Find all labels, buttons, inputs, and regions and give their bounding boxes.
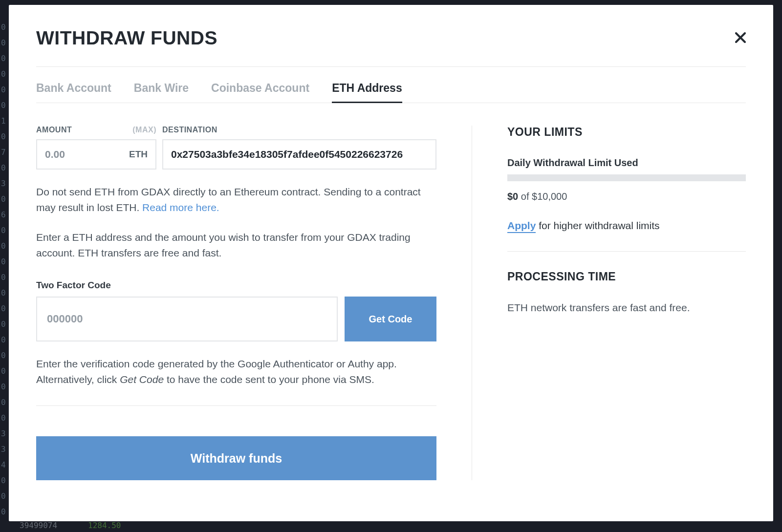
your-limits-title: YOUR LIMITS	[507, 126, 746, 139]
modal-title: WITHDRAW FUNDS	[36, 27, 217, 49]
bg-bottom-number: 39499074	[20, 521, 57, 530]
apply-link[interactable]: Apply	[507, 220, 536, 233]
amount-input[interactable]	[45, 149, 124, 160]
tfa-help-italic: Get Code	[120, 374, 164, 385]
tab-bank-account[interactable]: Bank Account	[36, 82, 111, 103]
apply-suffix: for higher withdrawal limits	[536, 220, 659, 231]
bg-left-numbers: 00000010703060000000000000334000	[1, 20, 6, 520]
amount-suffix: ETH	[129, 149, 148, 160]
limits-divider	[507, 251, 746, 252]
processing-time-title: PROCESSING TIME	[507, 270, 746, 283]
amount-input-wrap: ETH	[36, 139, 156, 170]
close-icon[interactable]	[735, 30, 746, 46]
limits-column: YOUR LIMITS Daily Withdrawal Limit Used …	[472, 126, 746, 480]
apply-higher-limits: Apply for higher withdrawal limits	[507, 220, 746, 232]
destination-input[interactable]	[171, 149, 428, 160]
amount-field: AMOUNT (MAX) ETH	[36, 126, 156, 170]
two-factor-input-wrap	[36, 297, 338, 341]
withdraw-funds-button[interactable]: Withdraw funds	[36, 436, 436, 480]
modal-header: WITHDRAW FUNDS	[36, 27, 746, 67]
instructions-text: Enter a ETH address and the amount you w…	[36, 230, 436, 260]
tab-eth-address[interactable]: ETH Address	[332, 82, 402, 103]
tab-bank-wire[interactable]: Bank Wire	[134, 82, 189, 103]
get-code-button[interactable]: Get Code	[345, 297, 436, 341]
processing-time-text: ETH network transfers are fast and free.	[507, 302, 746, 314]
two-factor-input[interactable]	[47, 298, 327, 340]
withdraw-funds-modal: WITHDRAW FUNDS Bank Account Bank Wire Co…	[9, 5, 773, 521]
daily-limit-bar	[507, 174, 746, 181]
two-factor-help-text: Enter the verification code generated by…	[36, 356, 436, 387]
destination-input-wrap	[162, 139, 436, 170]
read-more-link[interactable]: Read more here.	[142, 202, 219, 213]
two-factor-label: Two Factor Code	[36, 280, 436, 291]
destination-field: DESTINATION	[162, 126, 436, 170]
daily-limit-of: of $10,000	[518, 191, 567, 202]
daily-limit-label: Daily Withdrawal Limit Used	[507, 157, 746, 169]
tfa-help-suffix: to have the code sent to your phone via …	[164, 374, 374, 385]
destination-label: DESTINATION	[162, 126, 217, 134]
form-divider	[36, 405, 436, 406]
daily-limit-text: $0 of $10,000	[507, 191, 746, 202]
bg-price: 1284.50	[88, 521, 121, 530]
withdraw-form-column: AMOUNT (MAX) ETH DESTINATION	[36, 126, 472, 480]
daily-limit-used: $0	[507, 191, 518, 202]
withdraw-tabs: Bank Account Bank Wire Coinbase Account …	[36, 82, 746, 103]
contract-warning-text: Do not send ETH from GDAX directly to an…	[36, 184, 436, 215]
contract-warning-prefix: Do not send ETH from GDAX directly to an…	[36, 186, 421, 213]
tab-coinbase-account[interactable]: Coinbase Account	[211, 82, 309, 103]
amount-label: AMOUNT	[36, 126, 72, 134]
amount-max-button[interactable]: (MAX)	[132, 126, 156, 134]
